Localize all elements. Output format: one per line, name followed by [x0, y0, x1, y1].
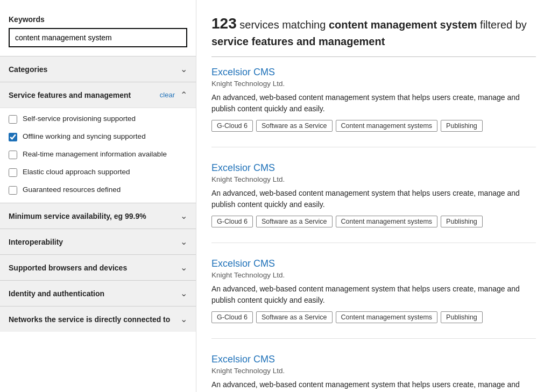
service-card: Excelsior CMSKnight Technology Ltd.An ad…: [211, 258, 536, 339]
supported-browsers-header[interactable]: Supported browsers and devices ⌄: [0, 255, 196, 280]
results-text: services matching: [239, 19, 326, 31]
results-heading: 123 services matching content management…: [211, 13, 536, 49]
networks-label: Networks the service is directly connect…: [9, 315, 170, 324]
service-card: Excelsior CMSKnight Technology Ltd.An ad…: [211, 67, 536, 147]
tag[interactable]: Publishing: [441, 311, 483, 323]
list-item[interactable]: Offline working and syncing supported: [0, 128, 196, 146]
checkbox-label-self_service: Self-service provisioning supported: [23, 114, 136, 124]
interoperability-chevron-icon: ⌄: [180, 237, 187, 247]
tag[interactable]: Publishing: [441, 216, 483, 227]
keywords-section: Keywords: [0, 9, 196, 56]
networks-chevron-icon: ⌄: [180, 314, 187, 324]
supported-browsers-controls: ⌄: [180, 262, 187, 273]
results-count: 123: [211, 15, 237, 32]
interoperability-label: Interoperability: [9, 238, 63, 246]
supported-browsers-section: Supported browsers and devices ⌄: [0, 254, 196, 280]
checkbox-offline_working[interactable]: [9, 133, 17, 141]
service-features-chevron-icon: ⌃: [180, 90, 187, 100]
service-tags: G-Cloud 6Software as a ServiceContent ma…: [211, 216, 536, 227]
service-description: An advanced, web-based content managemen…: [211, 379, 536, 392]
categories-label: Categories: [9, 65, 47, 74]
service-features-list: Self-service provisioning supportedOffli…: [0, 108, 196, 203]
service-features-header[interactable]: Service features and management clear ⌃: [0, 82, 196, 108]
filtered-by-text: filtered by: [480, 19, 527, 31]
tag[interactable]: G-Cloud 6: [211, 120, 253, 132]
min-availability-chevron-icon: ⌄: [180, 211, 187, 221]
tag[interactable]: Software as a Service: [256, 311, 333, 323]
checkbox-self_service[interactable]: [9, 115, 17, 124]
checkbox-label-elastic_cloud: Elastic cloud approach supported: [23, 167, 130, 177]
tag[interactable]: Content management systems: [336, 311, 438, 323]
service-features-label: Service features and management: [9, 91, 131, 99]
interoperability-header[interactable]: Interoperability ⌄: [0, 229, 196, 254]
services-list: Excelsior CMSKnight Technology Ltd.An ad…: [211, 67, 536, 392]
identity-auth-header[interactable]: Identity and authentication ⌄: [0, 281, 196, 306]
networks-section: Networks the service is directly connect…: [0, 306, 196, 332]
checkbox-realtime[interactable]: [9, 151, 17, 159]
networks-controls: ⌄: [180, 314, 187, 324]
checkbox-guaranteed[interactable]: [9, 186, 17, 195]
checkbox-label-realtime: Real-time management information availab…: [23, 149, 167, 160]
service-features-controls: clear ⌃: [160, 90, 187, 100]
service-name-link[interactable]: Excelsior CMS: [211, 67, 275, 77]
identity-auth-chevron-icon: ⌄: [180, 288, 187, 298]
service-description: An advanced, web-based content managemen…: [211, 92, 536, 115]
tag[interactable]: G-Cloud 6: [211, 216, 253, 227]
supported-browsers-chevron-icon: ⌄: [180, 262, 187, 273]
categories-chevron-icon: ⌄: [180, 64, 187, 74]
min-availability-label: Minimum service availability, eg 99.9%: [9, 212, 146, 220]
service-name-link[interactable]: Excelsior CMS: [211, 258, 275, 269]
categories-section: Categories ⌄: [0, 56, 196, 82]
tag[interactable]: Publishing: [441, 120, 483, 132]
interoperability-controls: ⌄: [180, 237, 187, 247]
main-content: 123 services matching content management…: [196, 0, 551, 392]
service-provider: Knight Technology Ltd.: [211, 175, 536, 183]
list-item[interactable]: Elastic cloud approach supported: [0, 163, 196, 181]
tag[interactable]: Content management systems: [336, 216, 438, 227]
min-availability-header[interactable]: Minimum service availability, eg 99.9% ⌄: [0, 203, 196, 229]
list-item[interactable]: Self-service provisioning supported: [0, 110, 196, 128]
service-card: Excelsior CMSKnight Technology Ltd.An ad…: [211, 162, 536, 243]
sidebar: Keywords Categories ⌄ Service features a…: [0, 0, 196, 392]
search-term: content management system: [329, 19, 477, 31]
networks-header[interactable]: Networks the service is directly connect…: [0, 307, 196, 332]
service-description: An advanced, web-based content managemen…: [211, 283, 536, 306]
checkbox-label-guaranteed: Guaranteed resources defined: [23, 185, 121, 195]
service-tags: G-Cloud 6Software as a ServiceContent ma…: [211, 120, 536, 132]
service-name-link[interactable]: Excelsior CMS: [211, 354, 275, 365]
checkbox-elastic_cloud[interactable]: [9, 168, 17, 177]
tag[interactable]: Software as a Service: [256, 120, 333, 132]
categories-header[interactable]: Categories ⌄: [0, 56, 196, 82]
tag[interactable]: Content management systems: [336, 120, 438, 132]
min-availability-controls: ⌄: [180, 211, 187, 221]
identity-auth-section: Identity and authentication ⌄: [0, 280, 196, 306]
tag[interactable]: Software as a Service: [256, 216, 333, 227]
supported-browsers-label: Supported browsers and devices: [9, 263, 127, 272]
categories-controls: ⌄: [180, 64, 187, 74]
identity-auth-label: Identity and authentication: [9, 289, 104, 298]
service-name-link[interactable]: Excelsior CMS: [211, 162, 275, 173]
min-availability-section: Minimum service availability, eg 99.9% ⌄: [0, 203, 196, 229]
service-description: An advanced, web-based content managemen…: [211, 188, 536, 210]
list-item[interactable]: Guaranteed resources defined: [0, 181, 196, 199]
service-features-section: Service features and management clear ⌃ …: [0, 82, 196, 203]
search-input[interactable]: [9, 28, 187, 47]
results-divider: [211, 56, 536, 57]
interoperability-section: Interoperability ⌄: [0, 229, 196, 254]
keywords-label: Keywords: [9, 15, 187, 24]
filter-label: service features and management: [211, 35, 385, 47]
service-card: Excelsior CMSKnight Technology Ltd.An ad…: [211, 354, 536, 392]
service-provider: Knight Technology Ltd.: [211, 271, 536, 279]
clear-link[interactable]: clear: [160, 91, 175, 99]
service-provider: Knight Technology Ltd.: [211, 367, 536, 375]
service-tags: G-Cloud 6Software as a ServiceContent ma…: [211, 311, 536, 323]
tag[interactable]: G-Cloud 6: [211, 311, 253, 323]
service-provider: Knight Technology Ltd.: [211, 80, 536, 88]
checkbox-label-offline_working: Offline working and syncing supported: [23, 132, 146, 142]
list-item[interactable]: Real-time management information availab…: [0, 146, 196, 163]
identity-auth-controls: ⌄: [180, 288, 187, 298]
